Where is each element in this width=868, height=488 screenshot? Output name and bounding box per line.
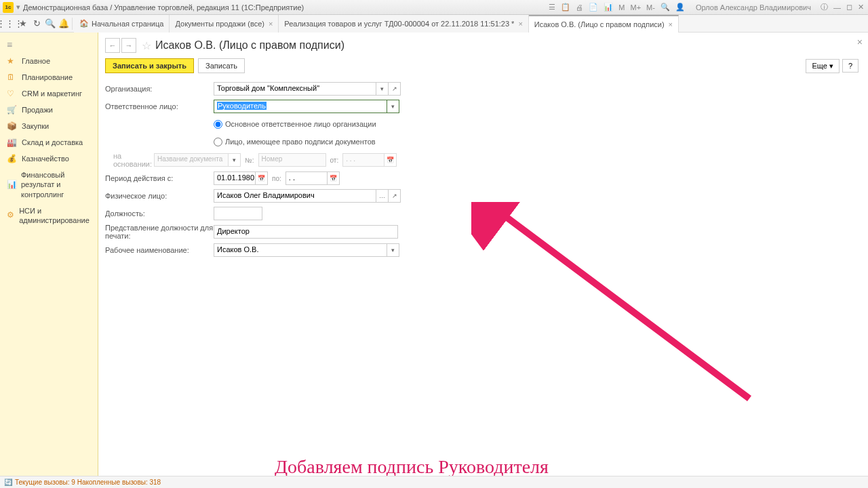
close-icon[interactable]: × — [269, 20, 273, 28]
sidebar-item-label: Казначейство — [22, 155, 69, 163]
position-input[interactable] — [214, 207, 262, 220]
toolbar-icon[interactable]: 🖨 — [574, 3, 585, 12]
info-icon[interactable]: ⓘ — [819, 2, 829, 12]
sidebar-item-sales[interactable]: 🛒Продажи — [0, 102, 98, 118]
tab-isakov[interactable]: Исаков О.В. (Лицо с правом подписи) × — [529, 15, 679, 33]
status-text: Текущие вызовы: 9 Накопленные вызовы: 31… — [15, 479, 161, 486]
radio-label: Основное ответственное лицо организации — [225, 120, 376, 128]
bell-icon[interactable]: 🔔 — [57, 17, 71, 30]
select-icon[interactable]: … — [376, 189, 389, 203]
sidebar-item-treasury[interactable]: 💰Казначейство — [0, 150, 98, 167]
sidebar-item-purchases[interactable]: 📦Закупки — [0, 118, 98, 134]
period-to-label: по: — [272, 175, 281, 182]
minimize-button[interactable]: — — [832, 3, 842, 12]
sidebar-item-label: Финансовый результат и контроллинг — [21, 170, 91, 199]
history-icon[interactable]: ↻ — [30, 17, 43, 30]
back-button[interactable]: ← — [105, 38, 120, 53]
dropdown-icon[interactable]: ▾ — [376, 82, 389, 96]
maximize-button[interactable]: ◻ — [845, 3, 854, 12]
dropdown-icon[interactable]: ▾ — [16, 3, 20, 12]
main-content: × ← → ☆ Исаков О.В. (Лицо с правом подпи… — [98, 33, 868, 476]
from-label: от: — [330, 157, 339, 164]
sidebar-item-crm[interactable]: ♡CRM и маркетинг — [0, 85, 98, 102]
dropdown-icon[interactable]: ▾ — [387, 100, 399, 113]
sidebar-item-main[interactable]: ★Главное — [0, 53, 98, 69]
toolbar-icon[interactable]: 📊 — [602, 3, 614, 12]
num-input: Номер — [258, 153, 326, 167]
tab-realization[interactable]: Реализация товаров и услуг ТД00-000004 о… — [279, 15, 528, 33]
sidebar-item-planning[interactable]: 🗓Планирование — [0, 69, 98, 85]
phys-input[interactable]: Исаков Олег Владимирович — [214, 189, 376, 203]
toolbar-icon[interactable]: 📋 — [559, 3, 572, 12]
apps-icon[interactable]: ⋮⋮⋮ — [3, 17, 16, 30]
more-button[interactable]: Еще ▾ — [806, 59, 839, 73]
toolbar-icon[interactable]: M — [617, 3, 626, 12]
toolbar-icon[interactable]: 📄 — [587, 3, 599, 12]
action-bar: Записать и закрыть Записать Еще ▾ ? — [105, 58, 861, 73]
star-icon: ★ — [7, 56, 18, 66]
calendar-icon[interactable]: 📅 — [328, 171, 340, 185]
print-label: Представление должности для печати: — [105, 224, 214, 240]
cart-icon: 🛒 — [7, 105, 18, 115]
calendar-icon[interactable]: 📅 — [256, 171, 268, 185]
workname-label: Рабочее наименование: — [105, 246, 214, 254]
tab-label: Исаков О.В. (Лицо с правом подписи) — [534, 20, 665, 28]
close-button[interactable]: ✕ — [856, 3, 865, 12]
sidebar-item-finance[interactable]: 📊Финансовый результат и контроллинг — [0, 167, 98, 203]
heart-icon: ♡ — [7, 89, 18, 98]
money-icon: 💰 — [7, 154, 18, 163]
home-icon: 🏠 — [79, 19, 89, 28]
period-from-input[interactable]: 01.01.1980 — [214, 171, 256, 185]
save-close-button[interactable]: Записать и закрыть — [105, 58, 194, 73]
sidebar-item-label: Продажи — [22, 106, 53, 114]
date-input: . . . — [342, 153, 384, 167]
print-input[interactable]: Директор — [214, 225, 398, 239]
sidebar: ≡ ★Главное 🗓Планирование ♡CRM и маркетин… — [0, 33, 98, 476]
menu-toggle-icon[interactable]: ≡ — [0, 37, 98, 53]
search-icon[interactable]: 🔍 — [43, 17, 57, 30]
sidebar-item-label: Склад и доставка — [22, 138, 83, 146]
open-icon[interactable]: ↗ — [389, 82, 401, 96]
toolbar-icon[interactable]: M+ — [629, 3, 643, 12]
status-bar: 🔄 Текущие вызовы: 9 Накопленные вызовы: … — [0, 476, 868, 488]
box-icon: 📦 — [7, 121, 18, 131]
resp-input[interactable]: Руководитель — [214, 100, 387, 113]
gear-icon: ⚙ — [7, 210, 15, 221]
toolbar-icon[interactable]: 🔍 — [659, 3, 671, 12]
forward-button[interactable]: → — [121, 38, 136, 53]
toolbar-icons: ☰ 📋 🖨 📄 📊 M M+ M- 🔍 👤 Орлов Александр Вл… — [547, 2, 865, 12]
radio-label: Лицо, имеющее право подписи документов — [225, 138, 376, 146]
phys-label: Физическое лицо: — [105, 192, 214, 200]
user-name[interactable]: Орлов Александр Владимирович — [694, 3, 812, 12]
warehouse-icon: 🏭 — [7, 138, 18, 147]
sidebar-item-label: CRM и маркетинг — [22, 89, 82, 98]
favorite-icon[interactable]: ☆ — [142, 39, 151, 52]
toolbar-icon[interactable]: ☰ — [547, 3, 557, 12]
workname-input[interactable]: Исаков О.В. — [214, 243, 387, 257]
num-label: №: — [245, 157, 254, 164]
star-icon[interactable]: ★ — [16, 17, 30, 30]
calendar-icon: 📅 — [384, 153, 397, 167]
dropdown-icon[interactable]: ▾ — [387, 243, 399, 257]
tab-home[interactable]: 🏠 Начальная страница — [74, 15, 170, 33]
sidebar-item-warehouse[interactable]: 🏭Склад и доставка — [0, 134, 98, 150]
app-logo-icon: 1c — [3, 2, 14, 13]
close-icon[interactable]: × — [669, 20, 673, 28]
period-to-input[interactable]: . . — [285, 171, 328, 185]
status-icon: 🔄 — [4, 479, 12, 486]
sidebar-item-nsi[interactable]: ⚙НСИ и администрирование — [0, 203, 98, 229]
close-icon[interactable]: × — [518, 20, 522, 28]
position-label: Должность: — [105, 209, 214, 218]
resp-label: Ответственное лицо: — [105, 102, 214, 110]
open-icon[interactable]: ↗ — [389, 189, 401, 203]
radio-main-resp[interactable] — [214, 120, 222, 129]
help-button[interactable]: ? — [842, 59, 859, 73]
toolbar-icon[interactable]: M- — [645, 3, 656, 12]
tab-documents[interactable]: Документы продажи (все) × — [170, 15, 279, 33]
tab-label: Документы продажи (все) — [175, 20, 264, 28]
save-button[interactable]: Записать — [198, 58, 245, 73]
close-page-icon[interactable]: × — [857, 37, 863, 47]
org-input[interactable]: Торговый дом "Комплексный" — [214, 82, 376, 96]
radio-sign-right[interactable] — [214, 138, 222, 146]
tab-label: Начальная страница — [92, 20, 163, 28]
